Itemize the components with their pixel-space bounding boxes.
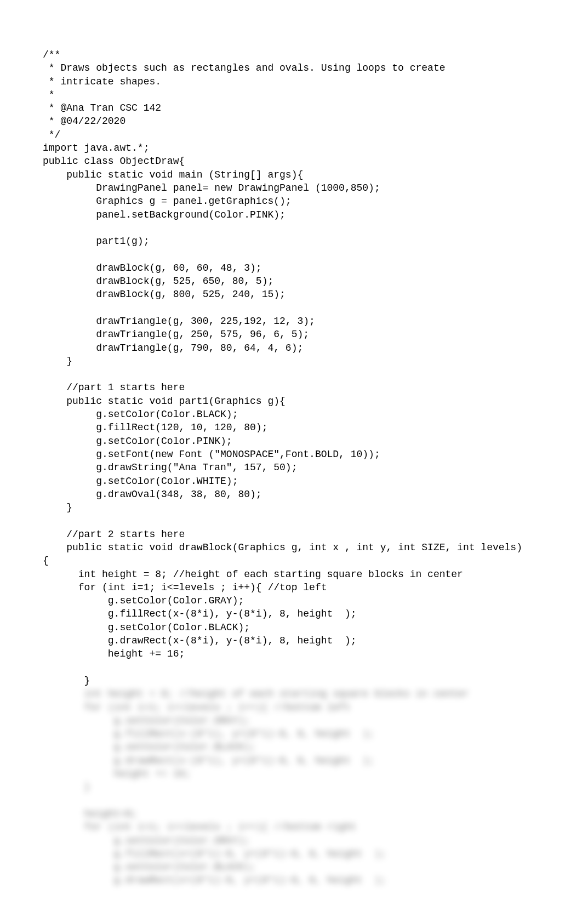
code-block-blurred: int height = 8; //height of each startin… — [43, 687, 539, 887]
code-block-visible: /** * Draws objects such as rectangles a… — [43, 48, 539, 687]
document-page: /** * Draws objects such as rectangles a… — [0, 0, 582, 924]
